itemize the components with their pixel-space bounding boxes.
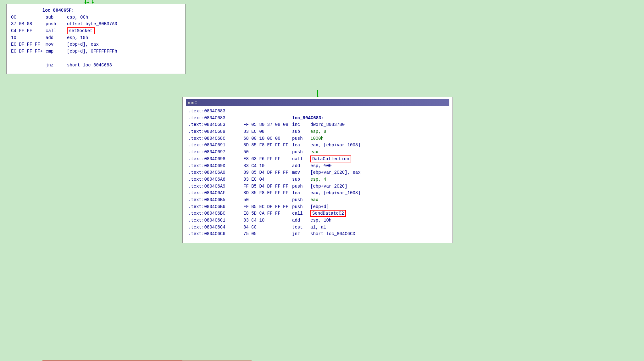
- bottom-line-push-eax2: .text:0804C6B5 50 push eax: [188, 197, 447, 204]
- setsocket-highlight[interactable]: setSocket: [67, 27, 95, 34]
- datacollection-highlight[interactable]: DataCollection: [310, 155, 351, 162]
- bottom-line-mov-202c: .text:0804C6A0 89 85 D4 DF FF FF mov [eb…: [188, 169, 447, 176]
- bottom-line-add-10h: .text:0804C69D 83 C4 10 add esp, 10h: [188, 163, 447, 170]
- bottom-code-block: ▣ ▣ □ .text:0804C683 .text:0804C683 loc_…: [182, 97, 453, 243]
- code-line-jnz: jnz short loc_804C683: [11, 62, 181, 69]
- code-line-sub: 0C sub esp, 0Ch: [11, 14, 181, 21]
- title-bar: ▣ ▣ □: [186, 99, 449, 106]
- bottom-line-test: .text:0804C6C4 84 C0 test al, al: [188, 224, 447, 231]
- bottom-line-sub: .text:0804C689 83 EC 08 sub esp, 8: [188, 128, 447, 135]
- senddatatoc2-highlight[interactable]: SendDatatoC2: [310, 210, 346, 217]
- bottom-line-push-1000h: .text:0804C68C 68 00 10 00 00 push 1000h: [188, 135, 447, 142]
- top-code-block: loc_804C65F: 0C sub esp, 0Ch 37 0B 08 pu…: [6, 4, 186, 74]
- bottom-line-lea2: .text:0804C6AF 8D 85 F8 EF FF FF lea eax…: [188, 190, 447, 197]
- code-line-call-setsocket: C4 FF FF call setSocket: [11, 28, 181, 35]
- title-icon-1: ▣: [188, 100, 190, 105]
- bottom-line-call-datacollection: .text:0804C698 E8 63 F6 FF FF call DataC…: [188, 156, 447, 163]
- code-line-push1: 37 0B 08 push offset byte_80B37A0: [11, 21, 181, 28]
- bottom-line-sub-4: .text:0804C6A6 83 EC 04 sub esp, 4: [188, 176, 447, 183]
- bottom-line-0: .text:0804C683: [188, 108, 447, 115]
- bottom-line-push-d: .text:0804C6B6 FF B5 EC DF FF FF push [e…: [188, 204, 447, 211]
- code-line-cmp: EC DF FF FF+ cmp [ebp+d], 0FFFFFFFFh: [11, 48, 181, 55]
- code-label-line: loc_804C65F:: [11, 7, 181, 14]
- bottom-line-add2: .text:0804C6C1 83 C4 10 add esp, 10h: [188, 217, 447, 224]
- bottom-line-push-eax1: .text:0804C697 50 push eax: [188, 149, 447, 156]
- bottom-line-push-202c: .text:0804C6A9 FF B5 D4 DF FF FF push [e…: [188, 183, 447, 190]
- code-line-mov1: EC DF FF FF mov [ebp+d], eax: [11, 41, 181, 48]
- bottom-line-lea1: .text:0804C691 8D 85 F8 EF FF FF lea eax…: [188, 142, 447, 149]
- bottom-line-call-senddatatoc2: .text:0804C6BC E8 5D CA FF FF call SendD…: [188, 210, 447, 217]
- code-line-add1: 10 add esp, 10h: [11, 35, 181, 42]
- bottom-line-label: .text:0804C683 loc_804C683:: [188, 115, 447, 122]
- empty-line: [11, 55, 181, 62]
- bottom-line-inc: .text:0804C683 FF 05 80 37 0B 08 inc dwo…: [188, 121, 447, 128]
- bottom-line-jnz: .text:0804C6C6 75 05 jnz short loc_804C6…: [188, 231, 447, 238]
- title-icon-2: ▣: [191, 100, 193, 105]
- title-icon-3: □: [195, 100, 197, 105]
